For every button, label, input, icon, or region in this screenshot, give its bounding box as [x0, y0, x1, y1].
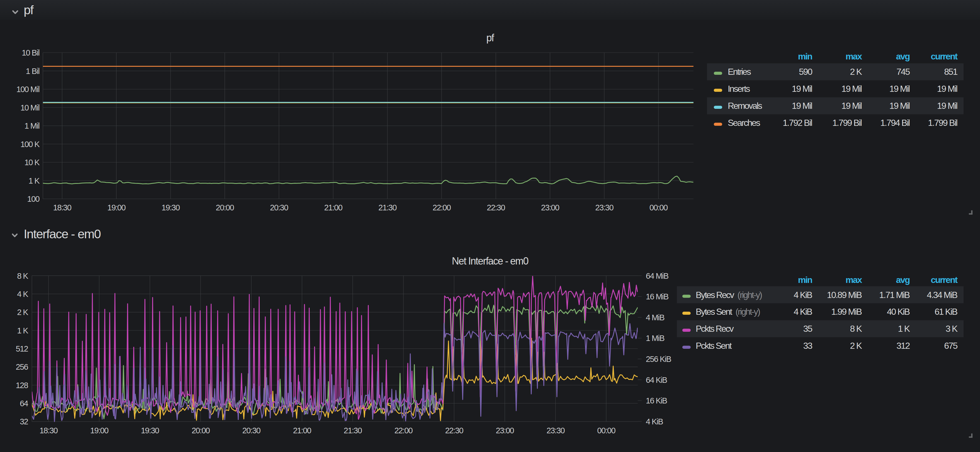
svg-text:Removals: Removals	[728, 101, 762, 111]
svg-text:21:30: 21:30	[379, 203, 397, 212]
svg-text:590: 590	[799, 67, 812, 77]
svg-text:64 KiB: 64 KiB	[646, 375, 667, 385]
svg-text:20:30: 20:30	[242, 426, 260, 435]
svg-text:Bytes Sent(right-y): Bytes Sent(right-y)	[696, 307, 760, 317]
svg-text:4 KiB: 4 KiB	[794, 290, 812, 300]
svg-text:32: 32	[20, 417, 28, 426]
svg-text:22:30: 22:30	[445, 426, 463, 435]
svg-text:100: 100	[27, 195, 39, 203]
svg-text:1.794 Bil: 1.794 Bil	[880, 118, 910, 128]
svg-text:1 Bil: 1 Bil	[26, 67, 40, 76]
svg-text:00:00: 00:00	[649, 203, 668, 212]
svg-text:23:30: 23:30	[547, 426, 565, 435]
svg-text:current: current	[931, 51, 958, 61]
svg-text:Interface - em0: Interface - em0	[24, 227, 100, 241]
svg-text:20:30: 20:30	[270, 203, 288, 212]
svg-text:64: 64	[20, 399, 29, 408]
svg-text:19 Mil: 19 Mil	[842, 84, 862, 94]
svg-text:pf: pf	[24, 3, 34, 17]
svg-text:1 K: 1 K	[29, 176, 40, 185]
svg-text:21:30: 21:30	[344, 426, 362, 435]
svg-text:256: 256	[16, 363, 28, 371]
svg-text:10 Mil: 10 Mil	[20, 103, 39, 112]
svg-text:Inserts: Inserts	[728, 84, 750, 94]
svg-text:22:30: 22:30	[487, 203, 505, 212]
svg-text:18:30: 18:30	[53, 203, 72, 212]
svg-text:avg: avg	[896, 275, 910, 285]
svg-text:23:00: 23:00	[496, 426, 514, 435]
svg-text:18:30: 18:30	[40, 426, 58, 435]
svg-text:pf: pf	[486, 32, 495, 43]
svg-text:max: max	[846, 51, 862, 61]
svg-text:33: 33	[803, 341, 813, 351]
svg-text:22:00: 22:00	[395, 426, 412, 435]
svg-text:19 Mil: 19 Mil	[889, 101, 910, 111]
svg-text:100 K: 100 K	[20, 140, 40, 149]
svg-text:4 MiB: 4 MiB	[646, 313, 664, 322]
svg-text:100 Mil: 100 Mil	[16, 85, 39, 94]
svg-text:2 K: 2 K	[17, 308, 29, 317]
svg-text:64 MiB: 64 MiB	[646, 272, 668, 280]
svg-text:1.799 Bil: 1.799 Bil	[928, 118, 957, 128]
svg-text:23:30: 23:30	[595, 203, 614, 212]
svg-text:21:00: 21:00	[293, 426, 311, 435]
svg-text:19 Mil: 19 Mil	[889, 84, 910, 94]
svg-text:16 KiB: 16 KiB	[646, 396, 667, 405]
svg-text:10.89 MiB: 10.89 MiB	[827, 290, 862, 300]
svg-text:Pckts Sent: Pckts Sent	[696, 341, 732, 351]
svg-text:851: 851	[944, 67, 958, 77]
svg-text:1 K: 1 K	[17, 326, 29, 335]
svg-text:4.34 MiB: 4.34 MiB	[927, 290, 958, 300]
svg-text:19:30: 19:30	[162, 203, 180, 212]
svg-text:Searches: Searches	[728, 118, 760, 128]
svg-text:19:30: 19:30	[141, 426, 159, 435]
svg-text:10 K: 10 K	[24, 158, 40, 167]
svg-text:20:00: 20:00	[216, 203, 234, 212]
svg-text:current: current	[931, 275, 958, 285]
svg-text:3 K: 3 K	[946, 324, 958, 334]
svg-text:675: 675	[944, 341, 958, 351]
svg-text:22:00: 22:00	[433, 203, 451, 212]
svg-text:256 KiB: 256 KiB	[646, 355, 671, 364]
svg-text:1 Mil: 1 Mil	[24, 121, 39, 130]
svg-text:1 K: 1 K	[898, 324, 910, 334]
svg-text:20:00: 20:00	[191, 426, 210, 435]
svg-text:4 KiB: 4 KiB	[646, 417, 663, 426]
svg-text:8 K: 8 K	[850, 324, 862, 334]
svg-text:Net Interface - em0: Net Interface - em0	[452, 255, 528, 267]
svg-text:19 Mil: 19 Mil	[842, 101, 862, 111]
svg-text:Bytes Recv(right-y): Bytes Recv(right-y)	[696, 290, 762, 300]
svg-text:00:00: 00:00	[597, 426, 616, 435]
svg-text:2 K: 2 K	[850, 341, 862, 351]
svg-text:max: max	[846, 275, 862, 285]
svg-text:19 Mil: 19 Mil	[937, 84, 957, 94]
svg-text:Entries: Entries	[728, 67, 751, 77]
svg-text:10 Bil: 10 Bil	[22, 48, 39, 57]
svg-text:1.792 Bil: 1.792 Bil	[783, 118, 812, 128]
svg-text:19 Mil: 19 Mil	[792, 101, 812, 111]
svg-text:16 MiB: 16 MiB	[646, 292, 668, 301]
svg-text:1.71 MiB: 1.71 MiB	[879, 290, 910, 300]
svg-text:8 K: 8 K	[17, 272, 29, 280]
svg-text:19:00: 19:00	[107, 203, 126, 212]
svg-text:745: 745	[896, 67, 910, 77]
svg-text:4 K: 4 K	[17, 290, 29, 299]
svg-text:min: min	[798, 275, 812, 285]
svg-text:512: 512	[16, 344, 28, 353]
svg-text:avg: avg	[896, 51, 910, 61]
svg-text:1.799 Bil: 1.799 Bil	[832, 118, 862, 128]
svg-text:19:00: 19:00	[90, 426, 108, 435]
svg-text:1 MiB: 1 MiB	[646, 334, 664, 343]
svg-text:21:00: 21:00	[324, 203, 342, 212]
svg-text:min: min	[798, 51, 812, 61]
svg-text:1.99 MiB: 1.99 MiB	[831, 307, 862, 317]
svg-text:61 KiB: 61 KiB	[935, 307, 958, 317]
svg-text:2 K: 2 K	[850, 67, 862, 77]
svg-text:312: 312	[896, 341, 910, 351]
svg-text:19 Mil: 19 Mil	[792, 84, 812, 94]
svg-text:40 KiB: 40 KiB	[887, 307, 910, 317]
svg-text:19 Mil: 19 Mil	[937, 101, 957, 111]
svg-text:4 KiB: 4 KiB	[794, 307, 812, 317]
svg-text:35: 35	[803, 324, 813, 334]
svg-text:Pckts Recv: Pckts Recv	[696, 324, 734, 334]
